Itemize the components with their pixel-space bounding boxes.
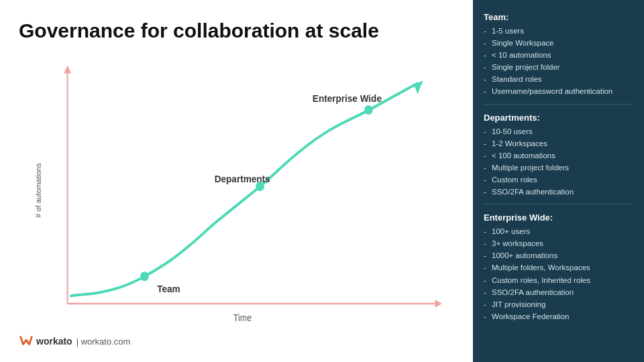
list-item: 10-50 users [484, 126, 633, 137]
svg-point-9 [364, 105, 373, 115]
page-title: Governance for collaboration at scale [19, 19, 460, 43]
section-title-2: Enterprise Wide: [484, 213, 633, 223]
section-divider [484, 104, 633, 105]
list-item: 100+ users [484, 226, 633, 237]
list-item: 1000+ automations [484, 250, 633, 261]
list-item: 1-5 users [484, 25, 633, 36]
y-axis-label: # of automations [34, 163, 42, 217]
section-title-1: Departments: [484, 113, 633, 123]
section-list-0: 1-5 usersSingle Workspace< 10 automation… [484, 25, 633, 97]
list-item: Standard roles [484, 74, 633, 84]
section-list-1: 10-50 users1-2 Workspaces< 100 automatio… [484, 126, 633, 198]
brand-name: workato [36, 336, 72, 347]
list-item: 3+ workspaces [484, 238, 633, 249]
list-item: Multiple project folders [484, 162, 633, 173]
list-item: < 100 automations [484, 150, 633, 161]
chart-svg: Team Departments Enterprise Wide Time [25, 54, 460, 327]
workato-logo: workato [19, 334, 72, 349]
chart-area: # of automations Team Departments [25, 54, 460, 327]
list-item: < 10 automations [484, 50, 633, 60]
left-panel: Governance for collaboration at scale # … [0, 0, 473, 362]
svg-marker-4 [414, 80, 423, 95]
list-item: Custom roles [484, 174, 633, 185]
section-list-2: 100+ users3+ workspaces1000+ automations… [484, 226, 633, 322]
list-item: Single Workspace [484, 38, 633, 48]
list-item: Workspace Federation [484, 311, 633, 322]
list-item: Username/password authentication [484, 86, 633, 97]
svg-text:Enterprise Wide: Enterprise Wide [313, 93, 382, 105]
footer: workato | workato.com [19, 334, 460, 349]
brand-url: | workato.com [76, 337, 131, 347]
right-panel: Team:1-5 usersSingle Workspace< 10 autom… [473, 0, 644, 362]
svg-text:Team: Team [157, 283, 180, 294]
workato-icon [19, 334, 34, 349]
list-item: JIT provisioning [484, 299, 633, 310]
list-item: Single project folder [484, 62, 633, 72]
list-item: 1-2 Workspaces [484, 138, 633, 149]
list-item: Multiple folders, Workspaces [484, 262, 633, 273]
list-item: SSO/2FA authentication [484, 287, 633, 298]
svg-text:Departments: Departments [215, 174, 270, 185]
svg-marker-3 [435, 300, 441, 308]
section-title-0: Team: [484, 12, 633, 22]
svg-text:Time: Time [233, 312, 252, 323]
list-item: SSO/2FA authentication [484, 186, 633, 197]
svg-point-5 [140, 272, 149, 281]
svg-marker-1 [64, 65, 70, 73]
list-item: Custom roles, Inherited roles [484, 275, 633, 286]
section-divider [484, 204, 633, 204]
